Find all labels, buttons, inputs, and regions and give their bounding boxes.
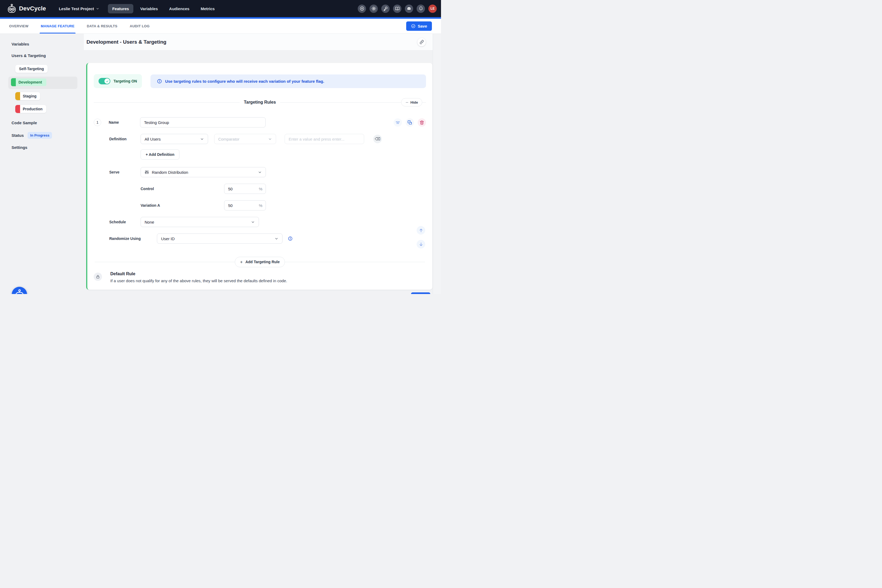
main-area: Variables Users & Targeting Self-Targeti…	[0, 34, 441, 294]
audience-users-button[interactable]	[394, 118, 402, 127]
schedule-select-value: None	[145, 220, 154, 224]
sidebar-item-users-targeting[interactable]: Users & Targeting	[12, 53, 84, 58]
tab-audit-log[interactable]: AUDIT LOG	[130, 19, 149, 33]
percent-sign: %	[259, 187, 262, 191]
info-icon	[157, 79, 162, 84]
audience-select-value: All Users	[145, 137, 160, 141]
user-avatar[interactable]: LE	[428, 4, 437, 13]
check-icon	[106, 80, 109, 83]
audience-select[interactable]: All Users	[141, 134, 208, 144]
nav-tab-variables[interactable]: Variables	[136, 4, 162, 14]
randomize-info-button[interactable]	[288, 236, 292, 241]
hide-button[interactable]: Hide	[401, 98, 422, 106]
content-header: Development - Users & Targeting	[84, 34, 433, 51]
sidebar-item-self-targeting[interactable]: Self-Targeting	[15, 65, 84, 73]
targeting-toggle[interactable]	[99, 78, 110, 84]
add-targeting-rule-button[interactable]: + Add Targeting Rule	[235, 257, 285, 267]
page-title: Development - Users & Targeting	[87, 39, 166, 45]
project-selector[interactable]: Leslie Test Project	[59, 6, 99, 11]
sidebar-item-env-staging[interactable]: Staging	[15, 92, 84, 101]
default-rule-title: Default Rule	[110, 272, 287, 276]
production-label: Production	[20, 105, 46, 113]
key-icon	[383, 6, 388, 11]
arrow-up-icon	[419, 228, 423, 232]
development-label: Development	[16, 78, 46, 86]
link-icon	[420, 40, 424, 44]
lock-icon	[96, 275, 100, 279]
comparator-select[interactable]: Comparator	[214, 134, 276, 144]
create-new-button[interactable]	[358, 4, 366, 13]
rule-number: 1	[94, 118, 101, 126]
percent-sign: %	[259, 203, 262, 208]
content-area: Development - Users & Targeting	[84, 34, 433, 294]
sidebar-item-env-production[interactable]: Production	[15, 105, 84, 114]
delete-rule-button[interactable]	[418, 118, 426, 127]
production-color-swatch	[15, 105, 20, 113]
feature-tabs: OVERVIEW MANAGE FEATURE DATA & RESULTS A…	[9, 19, 150, 33]
bottom-save-peek[interactable]	[411, 292, 430, 294]
top-nav-actions: LE	[358, 4, 437, 13]
settings-button[interactable]	[369, 4, 378, 13]
chevron-down-icon	[268, 137, 272, 141]
definition-value-input[interactable]	[285, 134, 364, 144]
move-rule-down-button[interactable]	[417, 240, 425, 249]
comparator-placeholder: Comparator	[218, 137, 239, 141]
rule-name-input[interactable]	[140, 117, 266, 128]
schedule-label: Schedule	[109, 220, 141, 224]
tab-data-results[interactable]: DATA & RESULTS	[87, 19, 117, 33]
schedule-select[interactable]: None	[141, 217, 259, 227]
status-badge[interactable]: In Progress	[28, 132, 52, 139]
targeting-rules-divider: Targeting Rules Hide	[94, 98, 426, 106]
docs-button[interactable]	[393, 4, 401, 13]
check-circle-icon	[411, 24, 416, 28]
targeting-toggle-card: Targeting ON	[94, 74, 142, 88]
sliders-icon	[145, 170, 149, 174]
rule-actions	[394, 118, 426, 127]
serve-label: Serve	[109, 170, 141, 174]
add-rule-divider: + Add Targeting Rule	[95, 257, 425, 267]
nav-tab-audiences[interactable]: Audiences	[165, 4, 194, 14]
bell-icon	[418, 6, 423, 11]
trash-icon	[420, 120, 424, 125]
tab-manage-feature[interactable]: MANAGE FEATURE	[41, 19, 74, 33]
nav-tab-metrics[interactable]: Metrics	[196, 4, 219, 14]
sidebar-item-variables[interactable]: Variables	[12, 42, 84, 46]
devcycle-logo[interactable]: DevCycle	[7, 4, 46, 14]
copy-link-button[interactable]	[417, 38, 426, 46]
sidebar-item-code-sample[interactable]: Code Sample	[12, 120, 84, 125]
staging-label: Staging	[20, 92, 40, 100]
sidebar-status-row: Status In Progress	[12, 132, 84, 139]
targeting-card: Targeting ON Use targeting rules to conf…	[86, 63, 432, 290]
default-rule-description: If a user does not qualify for any of th…	[110, 279, 287, 283]
save-button[interactable]: Save	[406, 21, 432, 31]
clear-definition-button[interactable]: ⌫	[373, 135, 382, 143]
move-rule-up-button[interactable]	[417, 226, 425, 234]
targeting-toggle-label: Targeting ON	[114, 79, 137, 83]
add-targeting-rule-label: Add Targeting Rule	[245, 260, 279, 264]
add-definition-button[interactable]: + Add Definition	[141, 149, 179, 160]
content-body: Targeting ON Use targeting rules to conf…	[84, 51, 433, 294]
randomize-select[interactable]: User ID	[157, 234, 282, 244]
chevron-down-icon	[96, 7, 99, 10]
project-name: Leslie Test Project	[59, 6, 94, 11]
randomize-select-value: User ID	[161, 236, 175, 241]
sidebar-item-env-development[interactable]: Development	[8, 76, 77, 89]
notifications-button[interactable]	[417, 4, 425, 13]
targeting-info-banner: Use targeting rules to configure who wil…	[150, 74, 426, 88]
lock-badge	[94, 273, 102, 281]
backspace-icon: ⌫	[375, 136, 380, 141]
tab-overview[interactable]: OVERVIEW	[9, 19, 28, 33]
sidebar-item-settings[interactable]: Settings	[12, 145, 84, 150]
serve-select-value: Random Distribution	[152, 170, 188, 175]
serve-select[interactable]: Random Distribution	[141, 167, 266, 177]
chevron-down-icon	[200, 137, 204, 141]
banner-text: Use targeting rules to configure who wil…	[165, 79, 324, 84]
duplicate-rule-button[interactable]	[406, 118, 414, 127]
scrollbar-gutter[interactable]	[433, 34, 441, 294]
variation-control-label: Control	[141, 187, 224, 191]
discord-button[interactable]	[405, 4, 413, 13]
api-keys-button[interactable]	[381, 4, 390, 13]
users-icon	[395, 120, 400, 125]
default-rule-section: Default Rule If a user does not qualify …	[94, 272, 287, 283]
nav-tab-features[interactable]: Features	[108, 4, 134, 14]
